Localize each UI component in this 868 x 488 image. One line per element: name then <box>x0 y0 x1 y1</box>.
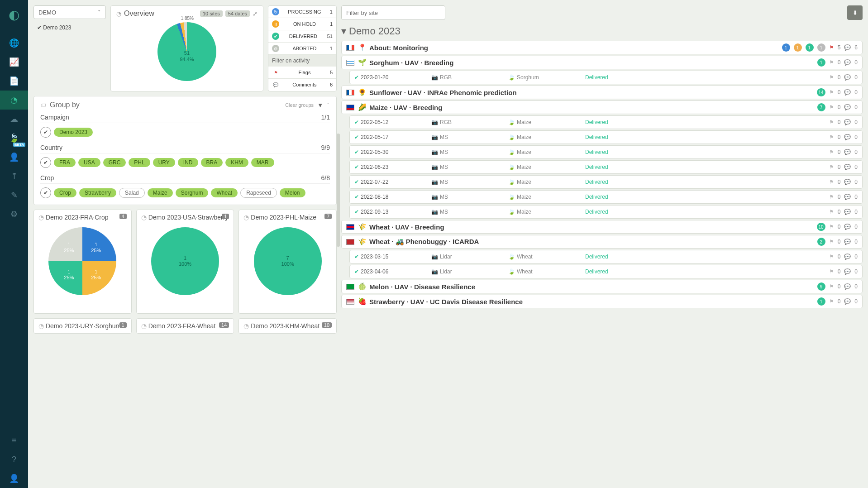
acquisition-row[interactable]: ✔2022-05-30 📷MS 🍃Maize Delivered ⚑0 💬0 <box>349 145 863 159</box>
filter-tag[interactable]: Melon <box>280 188 305 197</box>
filter-tag[interactable]: IND <box>178 158 198 167</box>
filter-comments[interactable]: 💬Comments6 <box>268 79 336 91</box>
sensor-label: MS <box>440 149 448 155</box>
site-row[interactable]: 🍓Strawberry · UAV · UC Davis Disease Res… <box>341 295 863 308</box>
pie-icon: ◔ <box>141 214 147 221</box>
nav-globe-icon[interactable]: 🌐 <box>0 33 28 53</box>
flag-count: 0 <box>838 89 841 96</box>
site-row[interactable]: 🌻Sunflower · UAV · INRAe Phenomic predic… <box>341 86 863 99</box>
status-label: Delivered <box>585 119 608 125</box>
leaf-icon: 🍃 <box>508 149 515 155</box>
pie-icon: ◔ <box>38 322 44 330</box>
status-count-badge: 2 <box>817 238 825 246</box>
filter-tag[interactable]: PHL <box>129 158 150 167</box>
expand-icon[interactable]: ⤢ <box>253 10 258 17</box>
filter-tag[interactable]: MAR <box>251 158 274 167</box>
status-processing[interactable]: ↻PROCESSING1 <box>268 6 336 18</box>
site-row[interactable]: 🌽Maize · UAV · Breeding 7 ⚑0 💬0 <box>341 100 863 114</box>
camera-icon: 📷 <box>431 74 438 81</box>
leaf-icon: 🍃 <box>508 119 515 125</box>
filter-tag[interactable]: Sorghum <box>176 188 209 197</box>
filter-tag[interactable]: Salad <box>119 188 145 198</box>
toggle-all-button[interactable]: ✔ <box>40 127 51 138</box>
mini-chart-panel[interactable]: ◔Demo 2023·USA·Strawberry11100% <box>136 210 234 314</box>
filter-tag[interactable]: KHM <box>225 158 248 167</box>
mini-chart-panel[interactable]: ◔Demo 2023·FRA·Wheat14 <box>136 318 234 334</box>
clear-groups-button[interactable]: Clear groups <box>285 102 314 108</box>
toggle-all-button[interactable]: ✔ <box>40 187 51 198</box>
mini-chart-panel[interactable]: ◔Demo 2023·PHL·Maize77100% <box>238 210 337 314</box>
nav-chart-icon[interactable]: 📈 <box>0 53 28 72</box>
filter-tag[interactable]: URY <box>153 158 175 167</box>
filter-tag[interactable]: FRA <box>54 158 76 167</box>
acquisition-row[interactable]: ✔2022-05-17 📷MS 🍃Maize Delivered ⚑0 💬0 <box>349 130 863 144</box>
filter-tag[interactable]: USA <box>78 158 100 167</box>
acquisition-row[interactable]: ✔2022-07-22 📷MS 🍃Maize Delivered ⚑0 💬0 <box>349 175 863 189</box>
acquisition-row[interactable]: ✔2023-04-06 📷Lidar 🍃Wheat Delivered ⚑0 💬… <box>349 265 863 278</box>
campaign-select[interactable]: DEMO ˅ <box>33 5 106 19</box>
filter-tag[interactable]: GRC <box>103 158 126 167</box>
nav-upload-icon[interactable]: ⤒ <box>0 167 28 186</box>
nav-pie-icon[interactable]: ◔ <box>0 91 28 110</box>
nav-leaf-icon[interactable]: 🍃 <box>0 129 28 148</box>
acquisition-row[interactable]: ✔2023-01-20 📷RGB 🍃Sorghum Delivered ⚑0 💬… <box>349 71 863 84</box>
comment-icon: 💬 <box>844 239 851 245</box>
filter-site-input[interactable] <box>341 5 445 20</box>
nav-user-icon[interactable]: 👤 <box>0 148 28 167</box>
download-button[interactable]: ⬇ <box>847 5 863 20</box>
nav-cloud-upload-icon[interactable]: ☁ <box>0 110 28 129</box>
acquisition-row[interactable]: ✔2022-08-18 📷MS 🍃Maize Delivered ⚑0 💬0 <box>349 190 863 204</box>
filter-tag[interactable]: Wheat <box>211 188 238 197</box>
acquisition-row[interactable]: ✔2022-06-23 📷MS 🍃Maize Delivered ⚑0 💬0 <box>349 160 863 174</box>
flag-icon: ⚑ <box>829 164 834 170</box>
site-row[interactable]: 🌱Sorghum · UAV · Breeding 1 ⚑0 💬0 <box>341 56 863 69</box>
mini-chart-panel[interactable]: ◔Demo 2023·FRA·Crop4125%125%125%125% <box>33 210 132 314</box>
filter-tag[interactable]: Crop <box>54 188 76 197</box>
nav-account-icon[interactable]: 👤 <box>0 469 28 488</box>
site-list: 📍About: Monitoring 1111 ⚑5 💬6 🌱Sorghum ·… <box>341 41 863 308</box>
nav-help-icon[interactable]: ? <box>0 450 28 469</box>
acquisition-row[interactable]: ✔2022-09-13 📷MS 🍃Maize Delivered ⚑0 💬0 <box>349 205 863 219</box>
sensor-label: Lidar <box>440 268 452 275</box>
mini-chart-panel[interactable]: ◔Demo 2023·URY·Sorghum1 <box>33 318 132 334</box>
pie-icon: ◔ <box>116 10 121 17</box>
nav-settings-icon[interactable]: ⚙ <box>0 205 28 224</box>
site-row[interactable]: 🌾Wheat · 🚜 Phenobuggy · ICARDA 2 ⚑0 💬0 <box>341 235 863 249</box>
mini-chart-panel[interactable]: ◔Demo 2023·KHM·Wheat10 <box>238 318 337 334</box>
crop-label: Maize <box>517 119 531 125</box>
site-row[interactable]: 🍈Melon · UAV · Disease Resilience 9 ⚑0 💬… <box>341 280 863 293</box>
campaign-item[interactable]: ✔ Demo 2023 <box>33 22 106 33</box>
date-label: 2023-01-20 <box>361 74 388 81</box>
check-icon: ✔ <box>354 119 359 125</box>
comment-icon: 💬 <box>844 298 851 305</box>
acquisition-row[interactable]: ✔2022-05-12 📷RGB 🍃Maize Delivered ⚑0 💬0 <box>349 115 863 129</box>
nav-file-icon[interactable]: 📄 <box>0 72 28 91</box>
site-row[interactable]: 📍About: Monitoring 1111 ⚑5 💬6 <box>341 41 863 54</box>
status-onhold[interactable]: ⏸ON HOLD1 <box>268 18 336 30</box>
camera-icon: 📷 <box>431 119 438 125</box>
scrollbar[interactable] <box>337 134 340 247</box>
filter-icon[interactable]: ▼ <box>317 102 323 109</box>
filter-tag[interactable]: Demo 2023 <box>54 128 93 137</box>
filter-tag[interactable]: BRA <box>201 158 223 167</box>
nav-edit-icon[interactable]: ✎ <box>0 186 28 205</box>
status-aborted[interactable]: ⊘ABORTED1 <box>268 43 336 55</box>
leaf-icon: 🍃 <box>508 194 515 200</box>
nav-menu-icon[interactable]: ≡ <box>0 431 28 450</box>
filter-tag[interactable]: Rapeseed <box>240 188 277 198</box>
count-badge: 14 <box>219 322 229 328</box>
status-count-badge: 7 <box>817 103 825 111</box>
status-delivered[interactable]: ✔DELIVERED51 <box>268 30 336 43</box>
pie-icon: ◔ <box>141 322 147 330</box>
app-logo: ◐ <box>4 5 24 24</box>
section-title[interactable]: ▾ Demo 2023 <box>341 24 863 41</box>
filter-flags[interactable]: ⚑Flags5 <box>268 67 336 79</box>
caret-down-icon: ▾ <box>341 25 346 37</box>
collapse-icon[interactable]: ˄ <box>327 102 330 109</box>
site-row[interactable]: 🌾Wheat · UAV · Breeding 10 ⚑0 💬0 <box>341 220 863 234</box>
filter-tag[interactable]: Strawberry <box>79 188 116 197</box>
flag-icon: ⚑ <box>829 283 834 290</box>
filter-tag[interactable]: Maize <box>148 188 173 197</box>
toggle-all-button[interactable]: ✔ <box>40 157 51 168</box>
acquisition-row[interactable]: ✔2023-03-15 📷Lidar 🍃Wheat Delivered ⚑0 💬… <box>349 250 863 263</box>
